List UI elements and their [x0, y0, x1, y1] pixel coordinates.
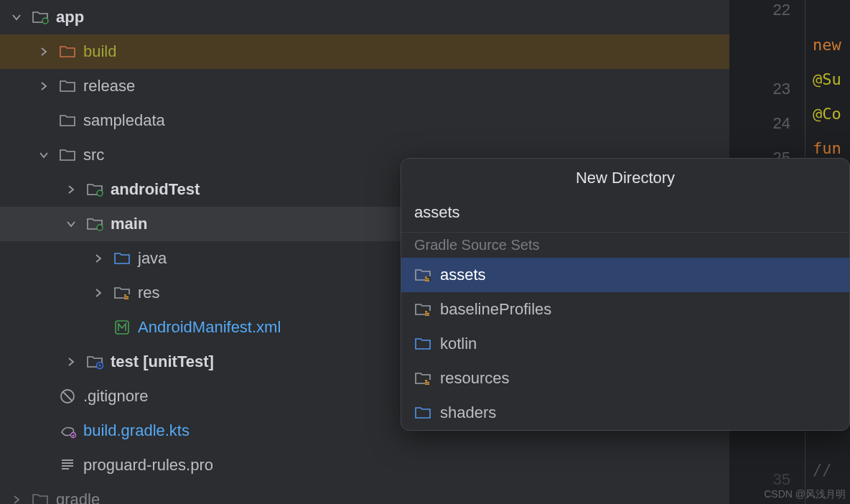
line-number: 22 [729, 0, 790, 27]
source-folder-icon [113, 250, 131, 267]
tree-item-sampledata[interactable]: sampledata [0, 103, 729, 138]
suggestion-shaders[interactable]: shaders [401, 396, 849, 430]
line-number: 24 [729, 106, 790, 141]
tree-item-build[interactable]: build [0, 34, 729, 69]
manifest-icon [113, 319, 131, 336]
code-token: new [813, 36, 841, 54]
tree-label: main [111, 215, 147, 233]
tree-label: app [56, 8, 84, 27]
suggestion-label: kotlin [440, 335, 477, 353]
tree-item-proguard[interactable]: proguard-rules.pro [0, 448, 729, 482]
build-folder-icon [59, 43, 76, 60]
popup-title: New Directory [401, 159, 849, 197]
suggestion-label: baselineProfiles [440, 300, 551, 319]
watermark: CSDN @风浅月明 [764, 488, 846, 501]
tree-label: gradle [56, 490, 100, 504]
suggestion-label: assets [440, 266, 486, 284]
code-token: @Su [813, 70, 841, 88]
tree-label: test [unitTest] [111, 353, 214, 371]
directory-name-input[interactable] [414, 203, 836, 222]
suggestion-label: shaders [440, 403, 496, 422]
tree-label: androidTest [111, 180, 200, 199]
resource-folder-icon [414, 266, 431, 284]
suggestion-kotlin[interactable]: kotlin [401, 327, 849, 361]
folder-icon [32, 491, 49, 504]
chevron-right-icon[interactable] [89, 284, 108, 302]
gradle-icon [59, 422, 76, 439]
tree-label: build [83, 42, 116, 61]
code-token: // [813, 461, 832, 479]
chevron-right-icon[interactable] [62, 353, 80, 371]
folder-icon [59, 146, 76, 164]
suggestion-baselineProfiles[interactable]: baselineProfiles [401, 292, 849, 327]
chevron-right-icon[interactable] [34, 77, 53, 95]
chevron-right-icon[interactable] [62, 180, 80, 199]
chevron-right-icon[interactable] [7, 490, 26, 504]
tree-label: .gitignore [83, 387, 149, 406]
code-token: @Co [813, 105, 841, 123]
resource-folder-icon [414, 301, 431, 318]
chevron-down-icon[interactable] [34, 146, 53, 164]
new-directory-popup: New Directory Gradle Source Sets assets … [401, 158, 850, 431]
suggestion-resources[interactable]: resources [401, 361, 849, 396]
source-folder-icon [414, 404, 431, 421]
folder-icon [59, 112, 76, 129]
line-number: 23 [729, 72, 790, 106]
folder-icon [59, 78, 76, 95]
suggestion-label: resources [440, 369, 510, 388]
code-token: fun [813, 139, 841, 157]
text-file-icon [59, 457, 76, 474]
resource-folder-icon [414, 370, 431, 387]
module-folder-icon [86, 181, 103, 198]
tree-label: java [138, 249, 167, 268]
chevron-down-icon[interactable] [62, 215, 80, 233]
module-folder-icon [32, 9, 49, 26]
chevron-right-icon[interactable] [34, 42, 53, 61]
module-folder-icon [86, 215, 103, 233]
tree-item-gradle[interactable]: gradle [0, 482, 729, 504]
tree-item-app[interactable]: app [0, 0, 729, 34]
source-folder-icon [414, 335, 431, 353]
tree-label: res [138, 284, 160, 302]
directory-name-input-wrapper [401, 197, 849, 232]
suggestion-assets[interactable]: assets [401, 258, 849, 292]
popup-section-header: Gradle Source Sets [401, 232, 849, 258]
tree-item-release[interactable]: release [0, 69, 729, 103]
chevron-down-icon[interactable] [7, 8, 26, 27]
test-folder-icon [86, 353, 103, 370]
tree-label: AndroidManifest.xml [138, 318, 281, 337]
resource-folder-icon [113, 284, 131, 302]
tree-label: build.gradle.kts [83, 421, 190, 440]
tree-label: sampledata [83, 111, 165, 130]
chevron-right-icon[interactable] [89, 249, 108, 268]
tree-label: proguard-rules.pro [83, 456, 213, 475]
tree-label: src [83, 146, 104, 164]
ignore-icon [59, 388, 76, 405]
tree-label: release [83, 77, 135, 95]
